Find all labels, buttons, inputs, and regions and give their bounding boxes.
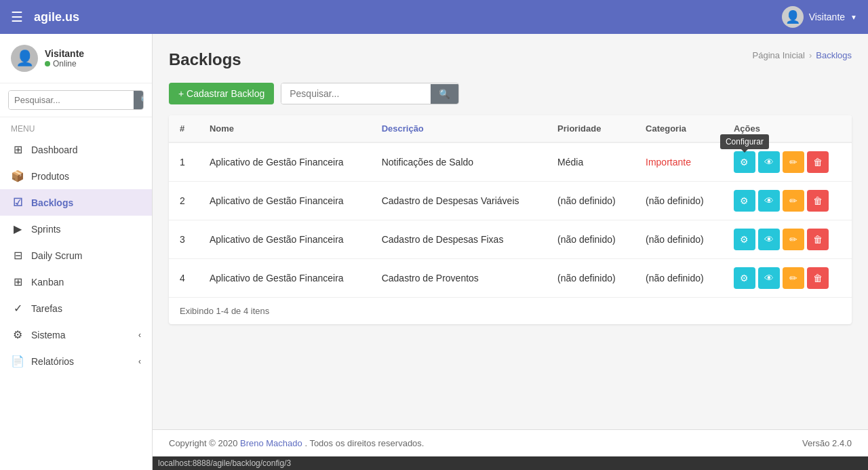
cell-nome: Aplicativo de Gestão Financeira	[199, 142, 371, 182]
breadcrumb-home[interactable]: Página Inicial	[753, 50, 805, 60]
cell-num: 2	[169, 182, 199, 220]
sidebar-search-input[interactable]	[9, 91, 134, 109]
cell-nome: Aplicativo de Gestão Financeira	[199, 182, 371, 220]
relatorios-chevron-icon: ‹	[138, 357, 141, 366]
footer-author-link[interactable]: Breno Machado	[240, 438, 302, 448]
cell-acoes: ⚙ 👁 ✏ 🗑	[723, 182, 852, 220]
main-content: Backlogs Página Inicial › Backlogs + Cad…	[153, 34, 868, 429]
config-button[interactable]: ⚙	[734, 229, 755, 250]
cell-descricao: Cadastro de Proventos	[371, 259, 547, 298]
sidebar-item-label-backlogs: Backlogs	[31, 197, 73, 208]
navbar-dropdown-icon[interactable]: ▼	[850, 14, 857, 21]
navbar-username[interactable]: Visitante	[809, 12, 845, 22]
delete-button[interactable]: 🗑	[807, 267, 829, 289]
footer: Copyright © 2020 Breno Machado . Todos o…	[153, 429, 868, 456]
sidebar-avatar: 👤	[11, 45, 38, 72]
delete-button[interactable]: 🗑	[807, 229, 829, 250]
view-button[interactable]: 👁	[758, 151, 780, 173]
cell-categoria: (não definido)	[635, 220, 723, 259]
sidebar-item-label-sprints: Sprints	[31, 224, 61, 235]
cell-prioridade: Média	[547, 142, 635, 182]
sidebar-item-label-dashboard: Dashboard	[31, 144, 78, 155]
action-buttons: ⚙ 👁 ✏ 🗑	[734, 267, 841, 289]
sidebar-item-sistema[interactable]: ⚙ Sistema ‹	[0, 321, 152, 348]
breadcrumb: Página Inicial › Backlogs	[753, 50, 852, 60]
backlogs-table: # Nome Descrição Prioridade Categoria Aç…	[169, 115, 852, 297]
cell-categoria: (não definido)	[635, 259, 723, 298]
cell-acoes: ⚙ 👁 ✏ 🗑	[723, 259, 852, 298]
relatorios-icon: 📄	[11, 355, 24, 368]
sidebar-item-kanban[interactable]: ⊞ Kanban	[0, 269, 152, 295]
cell-num: 4	[169, 259, 199, 298]
sidebar-item-daily-scrum[interactable]: ⊟ Daily Scrum	[0, 242, 152, 269]
page-header: Backlogs Página Inicial › Backlogs	[169, 50, 852, 69]
hamburger-icon[interactable]: ☰	[11, 9, 23, 25]
edit-button[interactable]: ✏	[783, 151, 804, 173]
sidebar-search-button[interactable]: 🔍	[134, 91, 144, 109]
col-num: #	[169, 115, 199, 142]
table-header-row: # Nome Descrição Prioridade Categoria Aç…	[169, 115, 852, 142]
sidebar-item-dashboard[interactable]: ⊞ Dashboard	[0, 136, 152, 163]
cell-prioridade: (não definido)	[547, 182, 635, 220]
dashboard-icon: ⊞	[11, 143, 24, 156]
delete-button[interactable]: 🗑	[807, 190, 829, 212]
sidebar-user-info: Visitante Online	[45, 48, 84, 68]
cell-nome: Aplicativo de Gestão Financeira	[199, 220, 371, 259]
layout: 👤 Visitante Online 🔍 Menu ⊞ Dashboard	[0, 34, 868, 470]
breadcrumb-separator: ›	[809, 50, 812, 60]
col-descricao[interactable]: Descrição	[371, 115, 547, 142]
edit-button[interactable]: ✏	[783, 190, 804, 212]
cell-descricao: Cadastro de Despesas Fixas	[371, 220, 547, 259]
sidebar-item-backlogs[interactable]: ☑ Backlogs	[0, 189, 152, 216]
toolbar: + Cadastrar Backlog 🔍	[169, 83, 852, 104]
cell-prioridade: (não definido)	[547, 259, 635, 298]
cell-num: 1	[169, 142, 199, 182]
tarefas-icon: ✓	[11, 302, 24, 315]
config-button[interactable]: ⚙	[734, 151, 755, 173]
breadcrumb-current: Backlogs	[816, 50, 852, 60]
cell-descricao: Cadastro de Despesas Variáveis	[371, 182, 547, 220]
categoria-link[interactable]: Importante	[646, 157, 691, 168]
sidebar-item-sprints[interactable]: ▶ Sprints	[0, 216, 152, 242]
sidebar-item-relatorios[interactable]: 📄 Relatórios ‹	[0, 348, 152, 374]
cell-categoria: Importante	[635, 142, 723, 182]
sidebar-item-produtos[interactable]: 📦 Produtos	[0, 163, 152, 189]
search-input[interactable]	[281, 83, 431, 104]
view-button[interactable]: 👁	[758, 190, 780, 212]
footer-version: Versão 2.4.0	[802, 438, 852, 448]
sprints-icon: ▶	[11, 222, 24, 235]
sidebar-item-label-tarefas: Tarefas	[31, 303, 62, 314]
add-backlog-button[interactable]: + Cadastrar Backlog	[169, 83, 274, 104]
cell-acoes: ⚙ 👁 ✏ 🗑	[723, 220, 852, 259]
sidebar-item-label-kanban: Kanban	[31, 277, 64, 288]
sidebar-menu-label: Menu	[0, 117, 152, 136]
kanban-icon: ⊞	[11, 275, 24, 288]
col-categoria: Categoria	[635, 115, 723, 142]
config-button[interactable]: ⚙	[734, 190, 755, 212]
sidebar-item-label-sistema: Sistema	[31, 330, 66, 340]
config-button[interactable]: ⚙	[734, 267, 755, 289]
sidebar-status: Online	[45, 59, 84, 68]
footer-copyright: Copyright © 2020 Breno Machado . Todos o…	[169, 438, 424, 448]
produtos-icon: 📦	[11, 170, 24, 182]
edit-button[interactable]: ✏	[783, 267, 804, 289]
action-buttons: ⚙ 👁 ✏ 🗑	[734, 229, 841, 250]
sidebar-nav: ⊞ Dashboard 📦 Produtos ☑ Backlogs ▶ Spri…	[0, 136, 152, 374]
cell-acoes: ⚙ Configurar 👁 ✏ 🗑	[723, 142, 852, 182]
backlogs-icon: ☑	[11, 196, 24, 209]
view-button[interactable]: 👁	[758, 229, 780, 250]
edit-button[interactable]: ✏	[783, 229, 804, 250]
sidebar-username: Visitante	[45, 48, 84, 59]
table-row: 2 Aplicativo de Gestão Financeira Cadast…	[169, 182, 852, 220]
daily-scrum-icon: ⊟	[11, 249, 24, 262]
sistema-chevron-icon: ‹	[138, 330, 141, 340]
search-button[interactable]: 🔍	[431, 84, 458, 104]
action-buttons: ⚙ Configurar 👁 ✏ 🗑	[734, 151, 841, 173]
sistema-icon: ⚙	[11, 328, 24, 341]
action-buttons: ⚙ 👁 ✏ 🗑	[734, 190, 841, 212]
tooltip-wrap: ⚙ Configurar	[734, 151, 755, 173]
sidebar-item-tarefas[interactable]: ✓ Tarefas	[0, 295, 152, 321]
view-button[interactable]: 👁	[758, 267, 780, 289]
delete-button[interactable]: 🗑	[807, 151, 829, 173]
table-row: 1 Aplicativo de Gestão Financeira Notifi…	[169, 142, 852, 182]
